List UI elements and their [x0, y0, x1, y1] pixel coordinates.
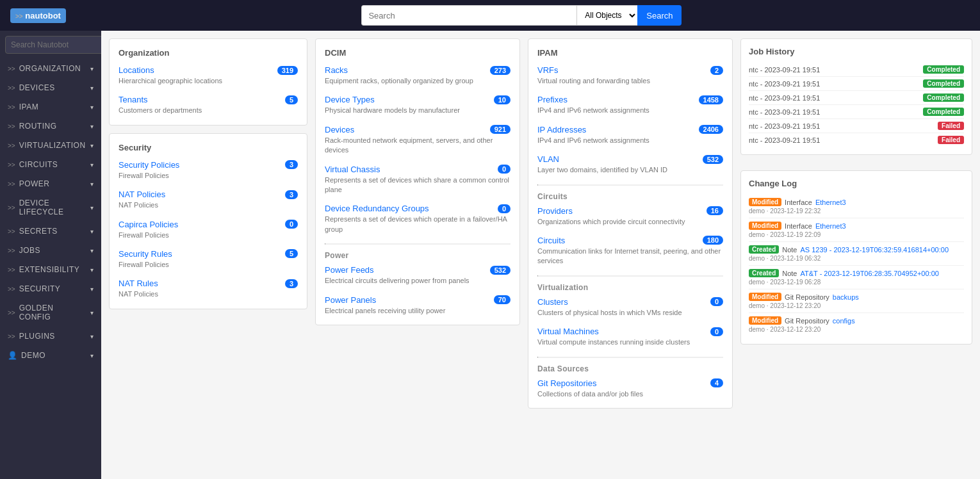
changelog-item-4: Modified Git Repository backups demo · 2…	[749, 289, 964, 313]
changelog-item-1: Modified Interface Ethernet3 demo · 2023…	[749, 218, 964, 242]
virtual-machines-link[interactable]: Virtual Machines	[537, 327, 599, 336]
changelog-meta-0: demo · 2023-12-19 22:32	[749, 207, 964, 215]
providers-link[interactable]: Providers	[537, 206, 573, 216]
job-status-3: Completed	[923, 108, 964, 116]
security-rules-link[interactable]: Security Rules	[118, 249, 172, 259]
arrow-down-icon: ▾	[90, 228, 94, 235]
tenants-link[interactable]: Tenants	[118, 95, 148, 104]
vrfs-badge: 2	[710, 66, 723, 75]
device-redundancy-badge: 0	[498, 204, 510, 213]
right-column: Job History ntc - 2023-09-21 19:51 Compl…	[740, 38, 972, 471]
sidebar-item-extensibility[interactable]: >>EXTENSIBILITY▾	[0, 260, 101, 279]
vrfs-card: VRFs 2 Virtual routing and forwarding ta…	[537, 65, 723, 86]
changelog-link-2[interactable]: AS 1239 - 2023-12-19T06:32:59.416814+00:…	[801, 246, 949, 254]
changelog-action-5: Modified	[749, 316, 781, 325]
job-text-0: ntc - 2023-09-21 19:51	[749, 66, 820, 74]
prefixes-link[interactable]: Prefixes	[537, 95, 568, 104]
changelog-link-4[interactable]: backups	[833, 293, 859, 301]
nat-rules-link[interactable]: NAT Rules	[118, 279, 158, 288]
job-item-3: ntc - 2023-09-21 19:51 Completed	[749, 105, 964, 119]
sidebar-item-secrets[interactable]: >>SECRETS▾	[0, 222, 101, 241]
nat-rules-badge: 3	[285, 279, 298, 288]
racks-desc: Equipment racks, optionally organized by…	[325, 76, 510, 86]
clusters-link[interactable]: Clusters	[537, 297, 568, 307]
power-panels-badge: 70	[494, 295, 510, 304]
datasources-sublabel: Data Sources	[537, 364, 723, 373]
providers-card: Providers 16 Organizations which provide…	[537, 206, 723, 227]
changelog-link-0[interactable]: Ethernet3	[815, 199, 846, 206]
ip-addresses-badge: 2406	[699, 125, 723, 134]
sidebar-item-devices[interactable]: >>DEVICES▾	[0, 78, 101, 97]
sidebar-item-organization[interactable]: >>ORGANIZATION▾	[0, 59, 101, 78]
power-panels-link[interactable]: Power Panels	[325, 295, 376, 305]
chevron-icon: >>	[8, 104, 15, 111]
top-search-input[interactable]	[361, 5, 576, 26]
arrow-down-icon: ▾	[90, 309, 94, 316]
devices-card: Devices 921 Rack-mounted network equipme…	[325, 125, 510, 156]
vrfs-link[interactable]: VRFs	[537, 65, 559, 75]
sidebar-search-input[interactable]	[5, 36, 101, 54]
sidebar-item-ipam[interactable]: >>IPAM▾	[0, 97, 101, 117]
power-feeds-link[interactable]: Power Feeds	[325, 265, 374, 275]
changelog-link-1[interactable]: Ethernet3	[815, 222, 846, 230]
changelog-type-5: Git Repository	[785, 317, 829, 325]
racks-link[interactable]: Racks	[325, 65, 348, 75]
job-status-0: Completed	[923, 65, 964, 74]
sidebar: 🔍 >>ORGANIZATION▾ >>DEVICES▾ >>IPAM▾ >>R…	[0, 31, 101, 479]
security-rules-badge: 5	[285, 249, 298, 258]
changelog-action-1: Modified	[749, 222, 781, 230]
chevron-icon: >>	[8, 333, 15, 340]
devices-link[interactable]: Devices	[325, 125, 354, 134]
arrow-down-icon: ▾	[90, 352, 94, 359]
capirca-policies-link[interactable]: Capirca Policies	[118, 220, 178, 229]
security-policies-link[interactable]: Security Policies	[118, 160, 179, 170]
changelog-section: Change Log Modified Interface Ethernet3 …	[740, 170, 972, 345]
sidebar-item-device-lifecycle[interactable]: >>DEVICE LIFECYCLE▾	[0, 193, 101, 222]
sidebar-item-jobs[interactable]: >>JOBS▾	[0, 241, 101, 260]
job-text-3: ntc - 2023-09-21 19:51	[749, 108, 820, 116]
vlan-link[interactable]: VLAN	[537, 154, 559, 164]
arrow-down-icon: ▾	[90, 123, 94, 130]
sidebar-item-security[interactable]: >>SECURITY▾	[0, 279, 101, 298]
job-text-4: ntc - 2023-09-21 19:51	[749, 122, 820, 130]
changelog-meta-4: demo · 2023-12-12 23:20	[749, 302, 964, 309]
virtual-chassis-link[interactable]: Virtual Chassis	[325, 165, 380, 174]
chevron-icon: >>	[8, 181, 15, 188]
sidebar-item-power[interactable]: >>POWER▾	[0, 174, 101, 193]
power-feeds-badge: 532	[490, 266, 510, 275]
arrow-down-icon: ▾	[90, 161, 94, 168]
clusters-badge: 0	[710, 297, 723, 306]
sidebar-item-golden-config[interactable]: >>GOLDEN CONFIG▾	[0, 298, 101, 327]
locations-card: Locations 319 Hierarchical geographic lo…	[118, 65, 298, 86]
changelog-meta-1: demo · 2023-12-19 22:09	[749, 231, 964, 238]
git-repositories-desc: Collections of data and/or job files	[537, 389, 723, 399]
sidebar-item-demo[interactable]: 👤DEMO▾	[0, 346, 101, 365]
git-repositories-link[interactable]: Git Repositories	[537, 378, 596, 388]
nat-policies-link[interactable]: NAT Policies	[118, 190, 165, 199]
device-types-link[interactable]: Device Types	[325, 95, 375, 104]
sidebar-item-routing[interactable]: >>ROUTING▾	[0, 117, 101, 136]
circuits-link[interactable]: Circuits	[537, 236, 565, 245]
device-redundancy-desc: Represents a set of devices which operat…	[325, 215, 510, 234]
arrow-down-icon: ▾	[90, 142, 94, 149]
sidebar-item-plugins[interactable]: >>PLUGINS▾	[0, 327, 101, 346]
virt-sublabel: Virtualization	[537, 283, 723, 292]
changelog-item-5: Modified Git Repository configs demo · 2…	[749, 313, 964, 336]
top-search-button[interactable]: Search	[637, 5, 682, 26]
device-redundancy-link[interactable]: Device Redundancy Groups	[325, 204, 429, 213]
sidebar-item-virtualization[interactable]: >>VIRTUALIZATION▾	[0, 136, 101, 155]
chevron-icon: >>	[8, 85, 15, 92]
sidebar-item-circuits[interactable]: >>CIRCUITS▾	[0, 155, 101, 174]
changelog-type-3: Note	[782, 270, 797, 277]
changelog-link-5[interactable]: configs	[833, 317, 855, 325]
ip-addresses-link[interactable]: IP Addresses	[537, 125, 586, 134]
chevron-icon: >>	[8, 309, 15, 316]
tenants-desc: Customers or departments	[118, 106, 298, 115]
locations-link[interactable]: Locations	[118, 65, 154, 75]
job-item-0: ntc - 2023-09-21 19:51 Completed	[749, 63, 964, 77]
security-section: Security Security Policies 3 Firewall Po…	[109, 133, 307, 309]
security-section-title: Security	[118, 143, 298, 152]
capirca-policies-card: Capirca Policies 0 Firewall Policies	[118, 220, 298, 240]
changelog-link-3[interactable]: AT&T - 2023-12-19T06:28:35.704952+00:00	[801, 270, 939, 277]
top-search-select[interactable]: All Objects	[576, 5, 637, 26]
